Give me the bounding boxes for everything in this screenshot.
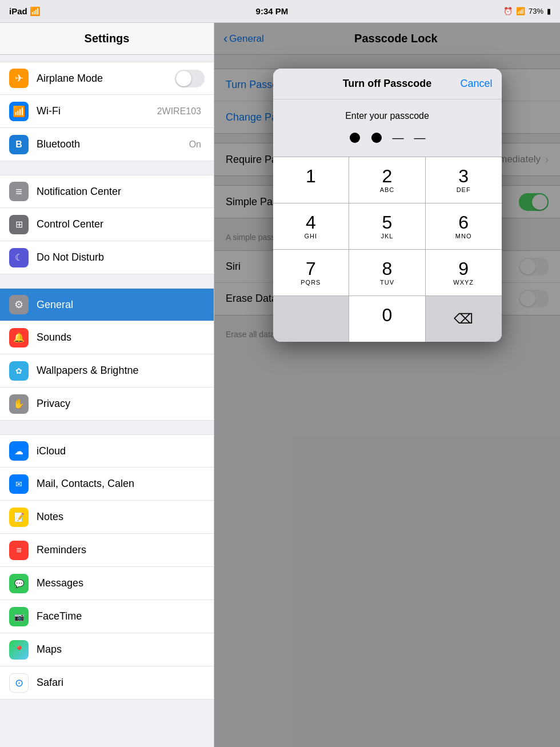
maps-label: Maps: [37, 644, 205, 656]
right-panel: ‹ General Passcode Lock Turn Passcode Of…: [214, 23, 560, 747]
sidebar-item-control-center[interactable]: ⊞ Control Center: [0, 208, 214, 241]
notification-center-icon: ≡: [9, 182, 29, 201]
wifi-icon: 📶: [9, 102, 29, 121]
bluetooth-icon: 📶: [516, 7, 525, 15]
sidebar-item-privacy[interactable]: ✋ Privacy: [0, 388, 214, 421]
sidebar-item-safari[interactable]: ⊙ Safari: [0, 666, 214, 700]
icloud-label: iCloud: [37, 445, 205, 457]
sidebar-header: Settings: [0, 23, 214, 55]
modal-header: Turn off Passcode Cancel: [273, 69, 502, 99]
sidebar-item-sounds[interactable]: 🔔 Sounds: [0, 321, 214, 354]
sidebar-item-reminders[interactable]: ≡ Reminders: [0, 534, 214, 567]
numpad-key-9[interactable]: 9 WXYZ: [426, 250, 502, 295]
icloud-icon: ☁: [9, 441, 29, 461]
sidebar: Settings ✈ Airplane Mode 📶 Wi-Fi 2WIRE10…: [0, 23, 214, 747]
bluetooth-value: On: [189, 139, 201, 150]
bluetooth-label: Bluetooth: [37, 138, 189, 150]
facetime-label: FaceTime: [37, 610, 205, 622]
notification-center-label: Notification Center: [37, 186, 205, 198]
numpad-key-empty: [273, 296, 350, 342]
mail-icon: ✉: [9, 474, 29, 494]
sidebar-section-1: ✈ Airplane Mode 📶 Wi-Fi 2WIRE103 B Bluet…: [0, 62, 214, 161]
messages-icon: 💬: [9, 574, 29, 593]
control-center-label: Control Center: [37, 218, 205, 230]
sidebar-item-facetime[interactable]: 📷 FaceTime: [0, 600, 214, 633]
passcode-dot-1: [350, 133, 360, 143]
notes-icon: 📝: [9, 508, 29, 527]
sidebar-item-airplane-mode[interactable]: ✈ Airplane Mode: [0, 62, 214, 95]
general-label: General: [37, 299, 205, 311]
numpad-row-4: 0 ⌫: [273, 295, 502, 342]
numpad-row-3: 7 PQRS 8 TUV 9 WXYZ: [273, 249, 502, 295]
sounds-icon: 🔔: [9, 328, 29, 347]
sidebar-item-notes[interactable]: 📝 Notes: [0, 501, 214, 534]
passcode-dot-4: [415, 133, 425, 143]
numpad-key-0[interactable]: 0: [349, 296, 426, 342]
facetime-icon: 📷: [9, 607, 29, 626]
modal-prompt: Enter your passcode: [273, 99, 502, 127]
delete-icon: ⌫: [454, 311, 473, 327]
do-not-disturb-label: Do Not Disturb: [37, 251, 205, 263]
passcode-dot-2: [371, 133, 382, 143]
numpad-delete-key[interactable]: ⌫: [426, 296, 502, 342]
notes-label: Notes: [37, 511, 205, 523]
numpad-row-2: 4 GHI 5 JKL 6 MNO: [273, 203, 502, 249]
sounds-label: Sounds: [37, 331, 205, 343]
privacy-label: Privacy: [37, 398, 205, 410]
numpad-key-3[interactable]: 3 DEF: [426, 157, 502, 203]
safari-icon: ⊙: [9, 673, 29, 693]
sidebar-item-general[interactable]: ⚙ General: [0, 288, 214, 321]
reminders-label: Reminders: [37, 544, 205, 556]
battery-icon: ▮: [547, 7, 551, 15]
modal-title: Turn off Passcode: [343, 78, 432, 90]
alarm-icon: ⏰: [503, 7, 513, 15]
numpad-key-8[interactable]: 8 TUV: [349, 250, 426, 295]
passcode-dots: [273, 127, 502, 157]
sidebar-item-icloud[interactable]: ☁ iCloud: [0, 434, 214, 468]
reminders-icon: ≡: [9, 541, 29, 560]
maps-icon: 📍: [9, 640, 29, 660]
sidebar-item-mail[interactable]: ✉ Mail, Contacts, Calen: [0, 468, 214, 501]
numpad-key-4[interactable]: 4 GHI: [273, 203, 350, 249]
privacy-icon: ✋: [9, 394, 29, 414]
wifi-label: Wi-Fi: [37, 105, 157, 117]
sidebar-title: Settings: [85, 32, 130, 45]
status-right: ⏰ 📶 73% ▮: [503, 7, 551, 15]
numpad-row-1: 1 2 ABC 3 DEF: [273, 157, 502, 203]
battery-percent: 73%: [529, 7, 543, 15]
sidebar-item-do-not-disturb[interactable]: ☾ Do Not Disturb: [0, 241, 214, 274]
status-device: iPad 📶: [9, 6, 41, 17]
passcode-modal: Turn off Passcode Cancel Enter your pass…: [273, 69, 502, 342]
status-time: 9:34 PM: [256, 6, 289, 16]
numpad-key-7[interactable]: 7 PQRS: [273, 250, 350, 295]
wallpapers-label: Wallpapers & Brightne: [37, 365, 205, 377]
control-center-icon: ⊞: [9, 215, 29, 234]
status-bar: iPad 📶 9:34 PM ⏰ 📶 73% ▮: [0, 0, 560, 23]
sidebar-item-wifi[interactable]: 📶 Wi-Fi 2WIRE103: [0, 95, 214, 128]
bluetooth-icon: B: [9, 135, 29, 154]
sidebar-item-messages[interactable]: 💬 Messages: [0, 567, 214, 600]
numpad-key-5[interactable]: 5 JKL: [349, 203, 426, 249]
airplane-mode-label: Airplane Mode: [37, 73, 175, 85]
sidebar-item-notification-center[interactable]: ≡ Notification Center: [0, 175, 214, 208]
passcode-modal-overlay: Turn off Passcode Cancel Enter your pass…: [214, 23, 560, 747]
sidebar-section-4: ☁ iCloud ✉ Mail, Contacts, Calen 📝 Notes…: [0, 434, 214, 700]
sidebar-item-maps[interactable]: 📍 Maps: [0, 633, 214, 666]
numpad-key-1[interactable]: 1: [273, 157, 350, 203]
airplane-mode-toggle[interactable]: [175, 70, 205, 87]
sidebar-section-3: ⚙ General 🔔 Sounds ✿ Wallpapers & Bright…: [0, 288, 214, 421]
sidebar-item-wallpapers[interactable]: ✿ Wallpapers & Brightne: [0, 354, 214, 388]
sidebar-section-2: ≡ Notification Center ⊞ Control Center ☾…: [0, 175, 214, 274]
numpad-key-6[interactable]: 6 MNO: [426, 203, 502, 249]
sidebar-item-bluetooth[interactable]: B Bluetooth On: [0, 128, 214, 161]
do-not-disturb-icon: ☾: [9, 248, 29, 267]
safari-label: Safari: [37, 677, 205, 689]
main-layout: Settings ✈ Airplane Mode 📶 Wi-Fi 2WIRE10…: [0, 23, 560, 747]
airplane-mode-icon: ✈: [9, 69, 29, 88]
messages-label: Messages: [37, 577, 205, 589]
modal-cancel-button[interactable]: Cancel: [460, 78, 492, 90]
wallpapers-icon: ✿: [9, 361, 29, 381]
passcode-dot-3: [393, 133, 403, 143]
numpad-key-2[interactable]: 2 ABC: [349, 157, 426, 203]
general-icon: ⚙: [9, 295, 29, 314]
